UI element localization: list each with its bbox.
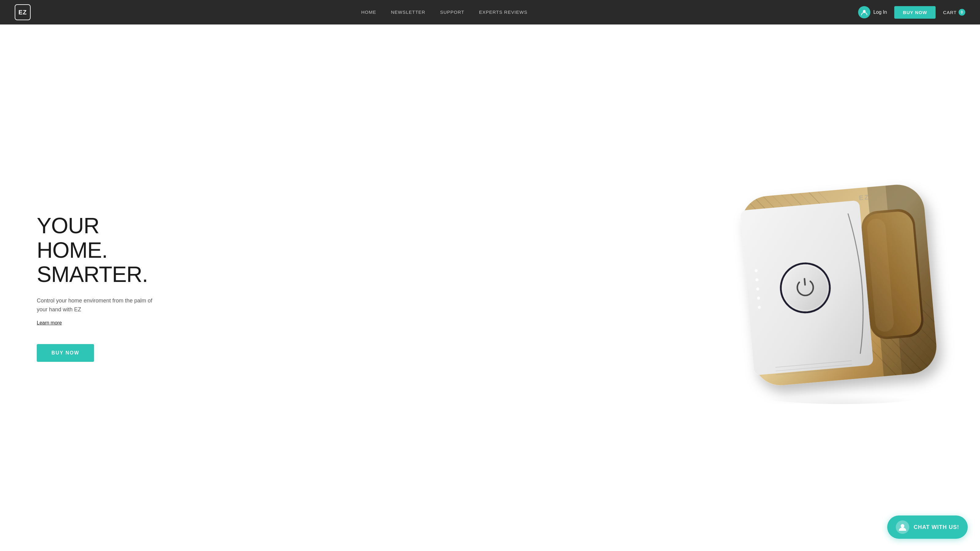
- cart-label: CART: [943, 10, 957, 15]
- nav-links: HOME NEWSLETTER SUPPORT EXPERTS REVIEWS: [361, 10, 527, 15]
- nav-item-experts-reviews[interactable]: EXPERTS REVIEWS: [479, 10, 527, 15]
- hero-section: YOUR HOME. SMARTER. Control your home en…: [0, 24, 980, 551]
- nav-right: Log In BUY NOW CART 0: [858, 6, 965, 19]
- logo-text: EZ: [18, 9, 27, 16]
- nav-item-newsletter[interactable]: NEWSLETTER: [391, 10, 425, 15]
- hero-headline-line2: SMARTER.: [37, 262, 148, 286]
- chat-avatar-icon: [896, 520, 909, 534]
- svg-point-2: [756, 386, 928, 404]
- user-avatar-icon: [858, 6, 870, 18]
- product-svg: EZ: [723, 171, 962, 404]
- hero-subtext: Control your home enviroment from the pa…: [37, 296, 153, 314]
- nav-item-support[interactable]: SUPPORT: [440, 10, 464, 15]
- logo[interactable]: EZ: [15, 4, 30, 20]
- cart-badge: 0: [959, 9, 965, 16]
- nav-link-newsletter[interactable]: NEWSLETTER: [391, 10, 425, 15]
- cart-button[interactable]: CART 0: [943, 9, 965, 16]
- learn-more-link[interactable]: Learn more: [37, 320, 62, 326]
- nav-link-home[interactable]: HOME: [361, 10, 376, 15]
- svg-text:EZ: EZ: [859, 193, 870, 202]
- buy-now-button-nav[interactable]: BUY NOW: [894, 6, 935, 19]
- buy-now-button-hero[interactable]: BUY NOW: [37, 344, 94, 362]
- hero-content: YOUR HOME. SMARTER. Control your home en…: [0, 189, 159, 386]
- chat-widget[interactable]: CHAT WITH US!: [887, 516, 968, 539]
- hero-headline: YOUR HOME. SMARTER.: [37, 214, 159, 286]
- navbar: EZ HOME NEWSLETTER SUPPORT EXPERTS REVIE…: [0, 0, 980, 24]
- hero-headline-line1: YOUR HOME.: [37, 213, 108, 262]
- chat-label: CHAT WITH US!: [913, 524, 959, 530]
- svg-point-32: [901, 524, 904, 528]
- product-image-area: EZ: [372, 24, 980, 551]
- login-area[interactable]: Log In: [858, 6, 887, 18]
- login-text[interactable]: Log In: [873, 10, 887, 15]
- nav-link-support[interactable]: SUPPORT: [440, 10, 464, 15]
- nav-link-experts-reviews[interactable]: EXPERTS REVIEWS: [479, 10, 527, 15]
- nav-item-home[interactable]: HOME: [361, 10, 376, 15]
